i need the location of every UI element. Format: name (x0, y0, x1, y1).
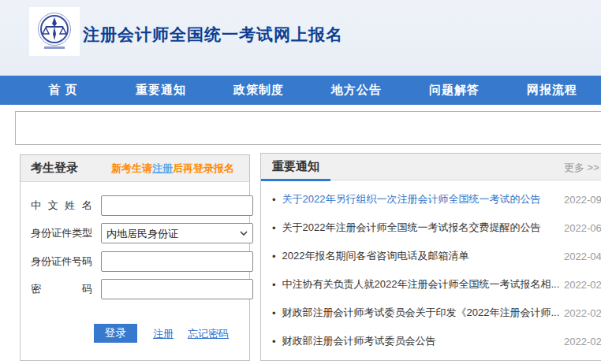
site-header: 注册会计师全国统一考试网上报名 (0, 0, 601, 76)
notice-date: 2022-02- (564, 336, 601, 347)
name-row: 中 文 姓 名 (31, 195, 253, 216)
hint-register-link[interactable]: 注册 (152, 162, 173, 174)
bullet-icon: • (272, 251, 276, 262)
list-item: • 关于2022年注册会计师全国统一考试报名交费提醒的公告 2022-06- (261, 214, 601, 242)
password-row: 密 码 (31, 279, 253, 299)
login-actions: 登录 注册 忘记密码 (21, 324, 249, 343)
bullet-icon: • (272, 222, 276, 234)
nav-item-policies[interactable]: 政策制度 (210, 83, 308, 98)
hint-prefix: 新考生请 (111, 162, 152, 174)
notice-date: 2022-09- (564, 194, 601, 206)
new-candidate-hint: 新考生请注册后再登录报名 (111, 162, 234, 176)
notice-link[interactable]: 中注协有关负责人就2022年注册会计师全国统一考试报名相... (282, 277, 560, 292)
notice-date: 2022-02- (564, 307, 601, 319)
list-item: • 2022年报名期间各省咨询电话及邮箱清单 2022-04- (261, 242, 601, 270)
id-type-select-wrap: 内地居民身份证 (101, 223, 253, 243)
notices-title: 重要通知 (272, 159, 319, 174)
list-item: • 财政部注册会计师考试委员会关于印发《2022年注册会计师... 2022-0… (261, 299, 601, 327)
password-input[interactable] (101, 279, 253, 299)
bullet-icon: • (272, 307, 276, 319)
nav-item-faq[interactable]: 问题解答 (405, 83, 503, 98)
login-title: 考生登录 (31, 161, 78, 176)
notice-link[interactable]: 关于2022年另行组织一次注册会计师全国统一考试的公告 (282, 192, 541, 206)
notice-date: 2022-06- (564, 222, 601, 234)
id-number-label: 身份证件号码 (31, 254, 92, 269)
login-panel: 考生登录 新考生请注册后再登录报名 中 文 姓 名 身份证件类型 内地居民身份证… (20, 154, 250, 361)
id-number-row: 身份证件号码 (31, 251, 253, 272)
bullet-icon: • (272, 336, 276, 347)
cicpa-emblem-icon (33, 10, 76, 53)
password-label: 密 码 (31, 282, 92, 296)
forgot-password-link[interactable]: 忘记密码 (188, 327, 229, 341)
login-button[interactable]: 登录 (94, 324, 137, 343)
id-type-row: 身份证件类型 内地居民身份证 (31, 223, 253, 243)
tab-important-notices[interactable]: 重要通知 (261, 154, 330, 181)
notices-panel: 重要通知 更多 >> • 关于2022年另行组织一次注册会计师全国统一考试的公告… (260, 153, 601, 361)
banner-placeholder (15, 111, 601, 145)
list-item: • 中注协有关负责人就2022年注册会计师全国统一考试报名相... 2022-0… (261, 270, 601, 299)
notice-link[interactable]: 2022年报名期间各省咨询电话及邮箱清单 (282, 249, 469, 263)
chinese-name-input[interactable] (101, 195, 253, 216)
login-panel-header: 考生登录 新考生请注册后再登录报名 (21, 155, 249, 182)
notice-date: 2022-02- (564, 279, 601, 291)
page-title: 注册会计师全国统一考试网上报名 (83, 24, 343, 46)
main-nav: 首 页 重要通知 政策制度 地方公告 问题解答 网报流程 (0, 76, 601, 105)
notice-list: • 关于2022年另行组织一次注册会计师全国统一考试的公告 2022-09- •… (261, 185, 601, 355)
nav-item-home[interactable]: 首 页 (14, 83, 112, 98)
id-number-input[interactable] (101, 251, 253, 272)
id-type-label: 身份证件类型 (31, 226, 92, 240)
register-link[interactable]: 注册 (153, 327, 174, 341)
nav-item-registration-process[interactable]: 网报流程 (503, 83, 601, 98)
bullet-icon: • (272, 194, 276, 206)
list-item: • 关于2022年另行组织一次注册会计师全国统一考试的公告 2022-09- (261, 185, 601, 214)
notice-date: 2022-04- (564, 251, 601, 262)
bullet-icon: • (272, 279, 276, 291)
hint-suffix: 后再登录报名 (173, 162, 234, 174)
nav-item-important-notices[interactable]: 重要通知 (112, 83, 210, 98)
cicpa-logo (29, 7, 80, 56)
notice-link[interactable]: 财政部注册会计师考试委员会公告 (282, 334, 436, 348)
notice-link[interactable]: 关于2022年注册会计师全国统一考试报名交费提醒的公告 (282, 221, 541, 235)
more-link[interactable]: 更多 >> (564, 161, 599, 175)
nav-item-local-announcements[interactable]: 地方公告 (308, 83, 405, 98)
list-item: • 财政部注册会计师考试委员会公告 2022-02- (261, 327, 601, 355)
notices-panel-header: 重要通知 更多 >> (261, 154, 601, 180)
id-type-select[interactable]: 内地居民身份证 (101, 223, 253, 243)
name-label: 中 文 姓 名 (31, 199, 92, 213)
notice-link[interactable]: 财政部注册会计师考试委员会关于印发《2022年注册会计师... (282, 306, 560, 320)
